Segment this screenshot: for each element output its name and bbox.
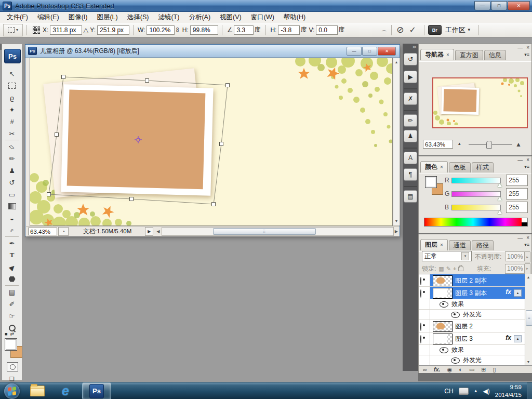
tool-preset-picker[interactable]: ▾ xyxy=(3,24,23,36)
eyedropper-tool[interactable]: ✐ xyxy=(4,298,20,310)
visibility-eye-icon[interactable] xyxy=(440,301,448,308)
clone-stamp-tool[interactable]: ♟ xyxy=(4,165,20,176)
navigator-zoom-input[interactable]: 63.43% xyxy=(423,140,453,149)
dodge-tool[interactable]: ♀ xyxy=(4,224,20,236)
actions-panel-button[interactable]: ▶ xyxy=(404,71,417,83)
default-swap-colors[interactable]: ■ ⇄ xyxy=(5,331,19,339)
relative-position-toggle[interactable]: △ xyxy=(83,26,88,34)
layer-name[interactable]: 图层 3 xyxy=(455,335,473,343)
red-slider[interactable] xyxy=(451,178,501,183)
warp-mode-toggle[interactable]: ⌢ xyxy=(381,25,387,35)
layer-row[interactable]: 图层 3 fx ▴ xyxy=(419,332,525,345)
menu-file[interactable]: 文件(F) xyxy=(2,13,33,22)
paragraph-panel-button[interactable]: ¶ xyxy=(404,168,417,181)
clock[interactable]: 9:59 2014/4/15 xyxy=(495,383,522,399)
quick-selection-tool[interactable]: ✦ xyxy=(4,104,20,115)
visibility-eye-icon[interactable] xyxy=(451,357,460,364)
clone-source-panel-button[interactable]: ♟ xyxy=(404,130,417,142)
panel-menu-icon[interactable]: ▾≡ xyxy=(524,52,529,57)
layer-row[interactable]: 图层 2 xyxy=(419,320,525,332)
tab-close-icon[interactable]: × xyxy=(446,52,449,58)
link-layers-icon[interactable]: ∞ xyxy=(423,366,427,373)
tab-close-icon[interactable]: × xyxy=(440,242,443,248)
scroll-up-icon[interactable]: ▲ xyxy=(525,274,531,281)
new-layer-icon[interactable]: ⊞ xyxy=(481,366,486,373)
tab-swatches[interactable]: 色板 xyxy=(449,162,471,172)
outer-glow-row[interactable]: 外发光 xyxy=(419,355,525,366)
visibility-eye-icon[interactable] xyxy=(440,347,448,353)
layer-thumbnail[interactable] xyxy=(433,321,453,332)
collapse-effects-icon[interactable]: ▴ xyxy=(514,289,522,297)
color-spectrum-ramp[interactable] xyxy=(424,218,528,227)
scroll-up-icon[interactable]: ▲ xyxy=(393,59,400,65)
notes-tool[interactable]: ▤ xyxy=(4,286,20,298)
width-input[interactable]: 100.2% xyxy=(147,25,175,35)
zoom-out-icon[interactable]: ▴ xyxy=(458,141,461,146)
height-input[interactable]: 99.8% xyxy=(190,25,218,35)
menu-help[interactable]: 帮助(H) xyxy=(279,13,310,22)
rectangular-marquee-tool[interactable] xyxy=(4,80,20,91)
visibility-eye-icon[interactable] xyxy=(420,323,421,331)
history-brush-tool[interactable]: ↺ xyxy=(4,177,20,188)
blend-mode-select[interactable]: 正常 ▾ xyxy=(422,251,472,261)
layers-scrollbar[interactable]: ▲ ≡ ▼ xyxy=(525,274,532,365)
show-desktop-button[interactable] xyxy=(527,382,532,399)
brush-tool[interactable]: ✏ xyxy=(4,153,20,164)
panel-minimize-icon[interactable]: — xyxy=(517,235,523,241)
blur-tool[interactable]: ◒ xyxy=(4,212,20,224)
menu-view[interactable]: 视图(V) xyxy=(215,13,246,22)
tab-histogram[interactable]: 直方图 xyxy=(455,50,483,60)
link-icon[interactable]: ∞ xyxy=(175,28,182,32)
color-foreground-swatch[interactable] xyxy=(425,176,437,188)
scroll-down-icon[interactable]: ▼ xyxy=(525,358,531,365)
taskbar-ie-button[interactable]: e xyxy=(55,383,76,399)
canvas[interactable] xyxy=(30,58,393,226)
scroll-left-icon[interactable]: ◀ xyxy=(156,229,159,234)
scroll-right-icon[interactable]: ▶ xyxy=(395,229,398,234)
type-tool[interactable]: T xyxy=(4,249,20,261)
menu-analysis[interactable]: 分析(A) xyxy=(184,13,215,22)
layer-group-icon[interactable]: ▭ xyxy=(469,366,474,373)
brushes-panel-button[interactable]: ✏ xyxy=(404,114,417,127)
history-panel-button[interactable]: ↺ xyxy=(404,53,417,65)
effects-row[interactable]: 效果 xyxy=(419,299,525,310)
layer-name[interactable]: 图层 2 xyxy=(455,322,473,331)
status-zoom-input[interactable]: 63.43% xyxy=(28,228,57,235)
tab-color[interactable]: 颜色× xyxy=(420,161,448,172)
restore-button[interactable]: □ xyxy=(491,1,507,10)
lock-all-icon[interactable] xyxy=(458,267,463,271)
language-indicator[interactable]: CH xyxy=(444,388,453,395)
crop-tool[interactable]: # xyxy=(4,116,20,127)
layer-name[interactable]: 图层 3 副本 xyxy=(455,289,487,298)
vskew-input[interactable]: 0.0 xyxy=(316,25,338,35)
layer-thumbnail[interactable] xyxy=(433,288,453,299)
navigator-proxy-view[interactable] xyxy=(432,77,528,128)
keyboard-icon[interactable] xyxy=(459,388,469,395)
effects-row[interactable]: 效果 xyxy=(419,345,525,355)
outer-glow-row[interactable]: 外发光 xyxy=(419,310,525,320)
opacity-input[interactable]: 100% xyxy=(505,251,525,261)
taskbar-photoshop-button[interactable]: Ps xyxy=(82,382,111,399)
fill-spinner-icon[interactable]: ▸ xyxy=(525,263,530,274)
tab-layers[interactable]: 图层× xyxy=(420,239,448,250)
reference-point-locator[interactable] xyxy=(33,26,40,34)
doc-close-button[interactable]: ✕ xyxy=(378,47,396,56)
layer-name[interactable]: 图层 2 副本 xyxy=(455,276,487,285)
navigator-slider-thumb[interactable] xyxy=(486,141,492,149)
tab-info[interactable]: 信息 xyxy=(484,50,506,60)
front-photo-frame[interactable] xyxy=(61,84,213,195)
document-titlebar[interactable]: Ps 儿童相册 @ 63.4%(RGB/8) [缩放后] — □ ✕ xyxy=(25,45,400,58)
eraser-tool[interactable]: ▭ xyxy=(4,189,20,200)
zoom-in-icon[interactable]: ▲ xyxy=(515,141,522,148)
lock-position-icon[interactable]: + xyxy=(453,265,456,272)
tab-paths[interactable]: 路径 xyxy=(472,240,494,250)
angle-input[interactable]: 3.3 xyxy=(234,25,254,35)
visibility-eye-icon[interactable] xyxy=(420,289,421,298)
visibility-eye-icon[interactable] xyxy=(420,335,421,343)
layer-comps-panel-button[interactable]: ▤ xyxy=(404,190,417,203)
tab-close-icon[interactable]: × xyxy=(440,164,443,170)
character-panel-button[interactable]: A xyxy=(404,152,417,164)
menu-edit[interactable]: 编辑(E) xyxy=(33,13,64,22)
workspace-button[interactable]: 工作区 xyxy=(445,25,466,35)
panel-close-icon[interactable]: × xyxy=(526,157,529,163)
